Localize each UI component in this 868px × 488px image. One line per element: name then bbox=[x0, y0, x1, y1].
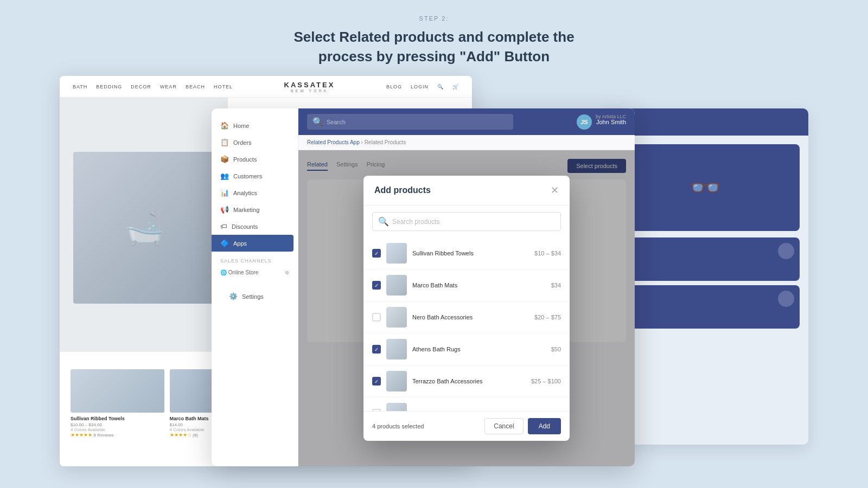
product-price: $84 bbox=[551, 410, 561, 411]
page-header: STEP 2: Select Related products and comp… bbox=[0, 0, 868, 67]
product-checkbox[interactable] bbox=[372, 313, 381, 322]
breadcrumb-link[interactable]: Related Products App bbox=[307, 139, 360, 145]
modal-search[interactable]: 🔍 bbox=[372, 212, 561, 231]
product-price: $34 bbox=[551, 282, 561, 288]
analytics-icon: 📊 bbox=[220, 189, 229, 197]
breadcrumb: Related Products App › Related Products … bbox=[298, 135, 635, 150]
sidebar-item-home[interactable]: 🏠 Home bbox=[212, 117, 298, 134]
sidebar-item-discounts[interactable]: 🏷 Discounts bbox=[212, 218, 298, 235]
username: John Smith bbox=[596, 119, 626, 125]
admin-topbar: 🔍 JS John Smith bbox=[298, 108, 635, 135]
list-item: Sullivan Ribbed Towels $10 – $34 bbox=[363, 237, 570, 269]
admin-content: Related Settings Pricing Select products… bbox=[298, 150, 635, 466]
step-title: Select Related products and complete the… bbox=[0, 27, 868, 67]
product-name: Sullivan Ribbed Towels bbox=[71, 416, 164, 421]
product-info: Terrazzo Bath Accessories bbox=[412, 378, 526, 384]
sidebar-label: Customers bbox=[233, 173, 262, 179]
product-checkbox[interactable] bbox=[372, 409, 381, 411]
settings-icon: ⚙️ bbox=[229, 292, 238, 300]
home-icon: 🏠 bbox=[220, 121, 229, 130]
artista-badge: by Artista LLC bbox=[596, 114, 626, 119]
orders-icon: 📋 bbox=[220, 138, 229, 146]
search-input[interactable] bbox=[327, 119, 508, 125]
sidebar-item-orders[interactable]: 📋 Orders bbox=[212, 134, 298, 151]
nav-wear[interactable]: WEAR bbox=[160, 84, 177, 89]
deco-card-main bbox=[611, 144, 800, 231]
product-thumb bbox=[386, 307, 407, 328]
product-image-section bbox=[60, 98, 228, 358]
modal-header: Add products ✕ bbox=[363, 176, 570, 206]
nav-beach[interactable]: BEACH bbox=[186, 84, 205, 89]
sidebar-channel-online[interactable]: 🌐 Online Store ⊕ bbox=[212, 266, 298, 279]
brand-logo: KASSATEX NEW YORK bbox=[284, 81, 335, 93]
deco-card-sm-2 bbox=[611, 285, 800, 329]
product-name: Sullivan Ribbed Towels bbox=[412, 250, 529, 256]
nav-login[interactable]: LOGIN bbox=[411, 84, 429, 89]
list-item: Nero Bath Accessories $20 – $75 bbox=[363, 301, 570, 333]
product-image bbox=[73, 152, 214, 304]
add-products-modal: Add products ✕ 🔍 bbox=[363, 176, 570, 441]
admin-main: 🔍 JS John Smith Related Products App › R… bbox=[298, 108, 635, 466]
selected-count: 4 products selected bbox=[372, 423, 424, 429]
nav-bath[interactable]: BATH bbox=[73, 84, 87, 89]
ecommerce-nav: BATH BEDDING DECOR WEAR BEACH HOTEL KASS… bbox=[60, 76, 472, 98]
sidebar-item-apps[interactable]: 🔷 Apps bbox=[212, 235, 293, 252]
nav-decor[interactable]: DECOR bbox=[131, 84, 151, 89]
deco-card-sm-1 bbox=[611, 237, 800, 281]
add-button[interactable]: Add bbox=[528, 418, 561, 434]
product-thumb bbox=[386, 339, 407, 359]
nav-bedding[interactable]: BEDDING bbox=[96, 84, 122, 89]
product-info: Athens Bath Rugs bbox=[412, 346, 546, 352]
search-icon: 🔍 bbox=[378, 216, 389, 227]
sidebar-item-analytics[interactable]: 📊 Analytics bbox=[212, 184, 298, 201]
modal-overlay: Add products ✕ 🔍 bbox=[298, 150, 635, 466]
avatar: JS bbox=[577, 114, 592, 130]
admin-window: 🏠 Home 📋 Orders 📦 Products 👥 Customers 📊… bbox=[212, 108, 635, 466]
list-item: Versailles Bath Accessories $84 bbox=[363, 397, 570, 411]
sidebar-label: Apps bbox=[233, 240, 247, 247]
modal-title: Add products bbox=[374, 185, 431, 195]
admin-search-bar[interactable]: 🔍 bbox=[307, 114, 513, 130]
product-checkbox[interactable] bbox=[372, 377, 381, 386]
marketing-icon: 📢 bbox=[220, 206, 229, 214]
product-thumb bbox=[386, 371, 407, 391]
sidebar-item-products[interactable]: 📦 Products bbox=[212, 151, 298, 168]
modal-footer-buttons: Cancel Add bbox=[484, 418, 561, 434]
product-info: Versailles Bath Accessories bbox=[412, 410, 546, 411]
cart-icon[interactable]: 🛒 bbox=[452, 84, 459, 89]
product-thumb bbox=[386, 243, 407, 264]
sidebar-label: Orders bbox=[233, 139, 252, 146]
product-info: Nero Bath Accessories bbox=[412, 314, 529, 320]
sidebar-item-settings[interactable]: ⚙️ Settings bbox=[220, 288, 289, 305]
windows-container: BATH BEDDING DECOR WEAR BEACH HOTEL KASS… bbox=[60, 76, 808, 466]
step-label: STEP 2: bbox=[0, 15, 868, 22]
products-icon: 📦 bbox=[220, 155, 229, 163]
product-thumb bbox=[386, 403, 407, 411]
product-checkbox[interactable] bbox=[372, 345, 381, 354]
nav-blog[interactable]: BLOG bbox=[386, 84, 402, 89]
product-price: $25 – $100 bbox=[531, 378, 561, 384]
sidebar-item-marketing[interactable]: 📢 Marketing bbox=[212, 201, 298, 218]
product-checkbox[interactable] bbox=[372, 249, 381, 258]
nav-right: BLOG LOGIN 🔍 🛒 bbox=[386, 84, 459, 89]
list-item: Sullivan Ribbed Towels $10.00 – $34.00 4… bbox=[71, 369, 164, 438]
product-price: $10 – $34 bbox=[534, 250, 561, 256]
list-item: Terrazzo Bath Accessories $25 – $100 bbox=[363, 365, 570, 397]
modal-close-button[interactable]: ✕ bbox=[551, 184, 559, 196]
discounts-icon: 🏷 bbox=[220, 222, 227, 230]
product-name: Marco Bath Mats bbox=[412, 282, 546, 288]
search-icon[interactable]: 🔍 bbox=[437, 84, 444, 89]
product-price: $20 – $75 bbox=[534, 314, 561, 320]
nav-left: BATH BEDDING DECOR WEAR BEACH HOTEL bbox=[73, 84, 233, 89]
sidebar-label: Products bbox=[233, 156, 257, 163]
cancel-button[interactable]: Cancel bbox=[484, 418, 523, 434]
sidebar-item-customers[interactable]: 👥 Customers bbox=[212, 168, 298, 184]
breadcrumb-current: Related Products bbox=[365, 139, 406, 145]
list-item: Athens Bath Rugs $50 bbox=[363, 333, 570, 365]
product-price: $10.00 – $34.00 bbox=[71, 422, 164, 427]
product-name: Terrazzo Bath Accessories bbox=[412, 378, 526, 384]
nav-hotel[interactable]: HOTEL bbox=[214, 84, 233, 89]
product-search-input[interactable] bbox=[392, 218, 555, 226]
product-name: Versailles Bath Accessories bbox=[412, 410, 546, 411]
product-checkbox[interactable] bbox=[372, 281, 381, 290]
